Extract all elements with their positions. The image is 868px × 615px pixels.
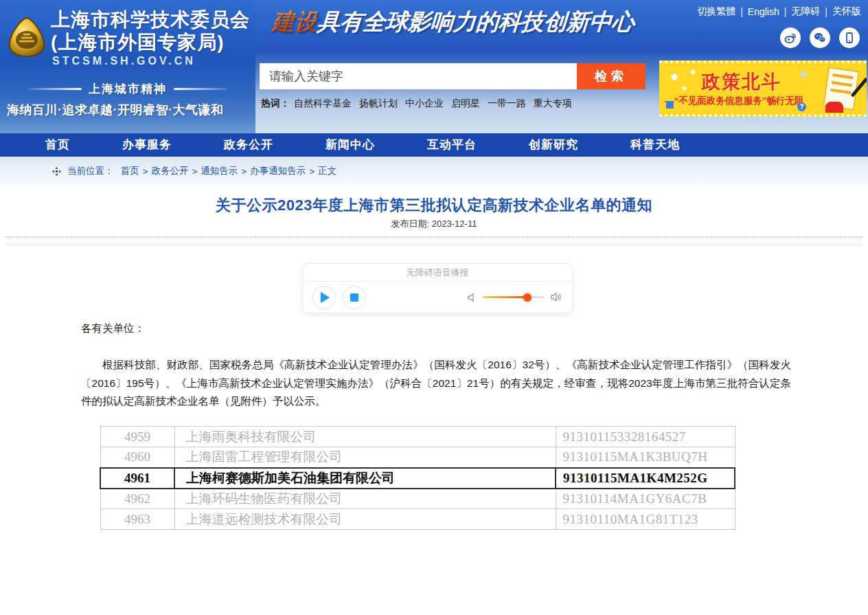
table-row[interactable]: 4961 上海柯赛德斯加美石油集团有限公司 91310115MA1K4M252G	[100, 468, 735, 489]
nav-item[interactable]: 办事服务	[115, 133, 179, 157]
company-name-cell: 上海雨奥科技有限公司	[174, 427, 556, 447]
utility-link[interactable]: English	[748, 6, 779, 17]
nav-item[interactable]: 首页	[38, 133, 77, 157]
volume-slider[interactable]	[483, 296, 545, 298]
date-label: 发布日期:	[391, 219, 430, 229]
slogan-rest: 具有全球影响力的科技创新中心	[317, 8, 636, 35]
hot-word-link[interactable]: 一带一路	[488, 98, 526, 110]
nav-item[interactable]: 创新研究	[522, 133, 585, 157]
site-logo	[5, 15, 48, 59]
divider: |	[825, 6, 827, 17]
spirit-line-left	[28, 88, 82, 90]
divider: |	[784, 6, 787, 17]
location-move-icon	[51, 166, 62, 177]
date-value: 2023-12-11	[432, 219, 477, 229]
mobile-icon[interactable]	[839, 27, 860, 48]
stop-button[interactable]	[343, 286, 366, 309]
search-input[interactable]	[260, 63, 577, 89]
credit-code-cell: 91310115MA1K4M252G	[556, 468, 735, 489]
company-name-cell: 上海柯赛德斯加美石油集团有限公司	[174, 468, 556, 489]
nav-item[interactable]: 政务公开	[217, 133, 280, 157]
hot-word-link[interactable]: 自然科学基金	[294, 98, 352, 110]
hand-illustration	[825, 102, 843, 113]
nav-item-label: 新闻中心	[326, 138, 375, 151]
hot-word-link[interactable]: 启明星	[451, 98, 480, 110]
company-table: 4959 上海雨奥科技有限公司 913101153328164527 4960 …	[100, 426, 735, 530]
breadcrumb: 当前位置： 首页>政务公开>通知告示>办事通知告示>正文	[51, 165, 336, 177]
page: 上海市科学技术委员会 (上海市外国专家局) STCSM.SH.GOV.CN 上海…	[0, 0, 868, 615]
row-number-cell: 4962	[100, 489, 174, 509]
credit-code-cell: 91310110MA1G81T123	[556, 509, 735, 530]
article-paragraph: 根据科技部、财政部、国家税务总局《高新技术企业认定管理办法》（国科发火〔2016…	[81, 356, 791, 411]
decor-square	[666, 101, 674, 109]
row-number-cell: 4963	[100, 509, 174, 530]
volume-high-icon	[551, 292, 562, 302]
spirit-line-right	[174, 88, 227, 90]
company-name-cell: 上海环码生物医药有限公司	[174, 489, 556, 509]
breadcrumb-link[interactable]: 通知告示	[201, 165, 238, 177]
nav-item[interactable]: 互动平台	[420, 133, 483, 157]
company-name-cell: 上海道远检测技术有限公司	[174, 509, 556, 530]
org-name-line1: 上海市科学技术委员会	[51, 8, 250, 31]
city-spirit-title: 上海城市精神	[89, 81, 167, 97]
nav-item-label: 政务公开	[224, 138, 273, 151]
hot-word-link[interactable]: 中小企业	[405, 98, 444, 110]
accessibility-audio-player: 无障碍语音播报	[302, 263, 573, 313]
volume-low-icon	[467, 293, 477, 302]
nav-item-label: 办事服务	[122, 138, 172, 151]
company-name-cell: 上海固雷工程管理有限公司	[174, 447, 556, 468]
breadcrumb-link[interactable]: 首页	[121, 165, 139, 177]
breadcrumb-link[interactable]: 办事通知告示	[250, 165, 306, 177]
city-motto: 海纳百川·追求卓越·开明睿智·大气谦和	[7, 102, 255, 118]
credit-code-cell: 91310114MA1GY6AC7B	[556, 489, 735, 509]
play-button[interactable]	[312, 286, 336, 309]
table-row[interactable]: 4960 上海固雷工程管理有限公司 91310115MA1K3BUQ7H	[100, 447, 735, 468]
sparkle-icon	[690, 69, 696, 75]
table-row[interactable]: 4959 上海雨奥科技有限公司 913101153328164527	[100, 427, 735, 447]
search-bar: 检索	[260, 63, 646, 89]
slogan-highlight: 建设	[271, 8, 319, 35]
breadcrumb-link[interactable]: 正文	[318, 165, 336, 177]
utility-link[interactable]: 无障碍	[791, 5, 820, 18]
policy-beidou-banner[interactable]: 政策北斗 —“不见面政务信息服务”畅行无阻 ?	[659, 60, 867, 117]
divider: >	[192, 166, 197, 177]
volume-zone	[467, 292, 562, 302]
article-date: 发布日期: 2023-12-11	[0, 218, 868, 230]
divider: >	[143, 166, 148, 177]
search-button[interactable]: 检索	[577, 63, 646, 89]
weibo-icon[interactable]	[780, 27, 801, 48]
banner-title: 政策北斗	[702, 69, 781, 94]
table-row[interactable]: 4962 上海环码生物医药有限公司 91310114MA1GY6AC7B	[100, 489, 735, 509]
sparkle-icon	[799, 70, 807, 78]
wechat-icon[interactable]	[810, 27, 830, 48]
hot-word-link[interactable]: 扬帆计划	[359, 98, 398, 110]
divider: >	[241, 166, 247, 177]
credit-code-cell: 913101153328164527	[556, 427, 735, 447]
table-row[interactable]: 4963 上海道远检测技术有限公司 91310110MA1G81T123	[100, 509, 735, 530]
nav-item[interactable]: 科普天地	[624, 133, 687, 157]
nav-item-label: 科普天地	[630, 138, 680, 151]
sparkle-icon	[682, 86, 687, 91]
hot-words-row: 热词： 自然科学基金扬帆计划中小企业启明星一带一路重大专项	[261, 98, 580, 110]
salutation: 各有关单位：	[81, 322, 145, 336]
player-controls	[303, 282, 572, 313]
main-nav: 首页 办事服务 政务公开 新闻中心 互动平台 创新研究 科普天地	[0, 133, 868, 157]
utility-link[interactable]: 切换繁體	[697, 5, 735, 18]
header-slogan: 建设具有全球影响力的科技创新中心	[271, 7, 657, 38]
org-name-line2: (上海市外国专家局)	[51, 31, 250, 54]
org-name-block: 上海市科学技术委员会 (上海市外国专家局)	[51, 8, 250, 54]
hot-words-list: 自然科学基金扬帆计划中小企业启明星一带一路重大专项	[294, 98, 580, 110]
dotted-separator	[5, 236, 863, 238]
breadcrumb-items: 首页>政务公开>通知告示>办事通知告示>正文	[121, 165, 337, 177]
breadcrumb-link[interactable]: 政务公开	[151, 165, 188, 177]
sparkle-icon	[670, 73, 678, 80]
divider: |	[740, 6, 743, 17]
utility-link[interactable]: 关怀版	[832, 5, 861, 18]
hot-word-link[interactable]: 重大专项	[534, 98, 572, 110]
volume-knob[interactable]	[523, 293, 532, 302]
nav-item[interactable]: 新闻中心	[319, 133, 382, 157]
volume-fill	[483, 296, 527, 298]
nav-item-label: 互动平台	[427, 138, 477, 151]
play-icon	[321, 292, 330, 303]
nav-item-label: 创新研究	[529, 138, 578, 151]
